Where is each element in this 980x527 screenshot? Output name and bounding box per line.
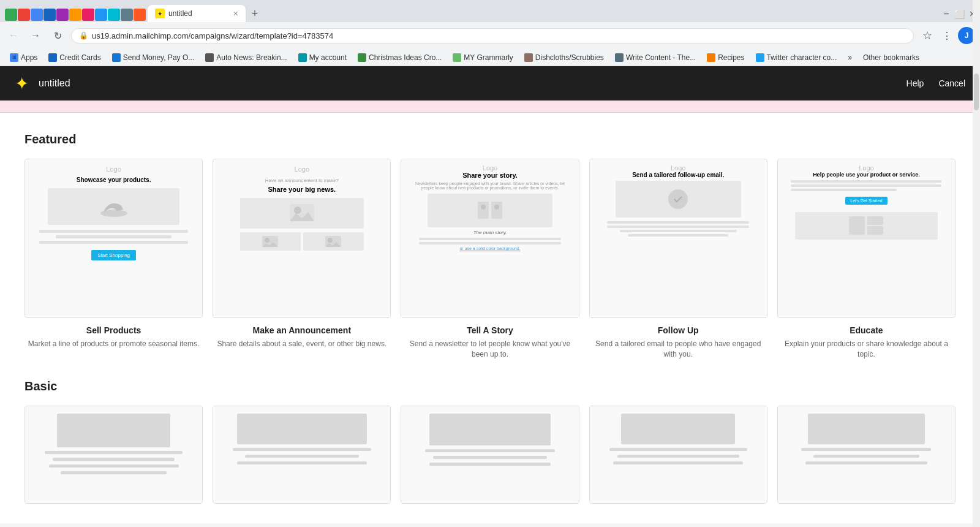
basic-img-5 <box>808 414 925 444</box>
educate-cta: Let's Get Started <box>845 197 887 205</box>
basic-line-2-2 <box>245 455 359 458</box>
story-sub: Newsletters keep people engaged with you… <box>415 181 565 190</box>
url-text: us19.admin.mailchimp.com/campaigns/wizar… <box>92 31 906 40</box>
sell-cta: Start Shopping <box>91 250 136 260</box>
basic-template-5[interactable] <box>777 406 956 504</box>
basic-template-3[interactable] <box>401 406 579 504</box>
header-actions: Help Cancel <box>907 78 965 88</box>
educate-preview-inner: Logo Help people use your product or ser… <box>778 159 955 317</box>
bookmark-send-money[interactable]: Send Money, Pay O... <box>107 52 200 63</box>
followup-name: Follow Up <box>589 325 767 335</box>
minimize-button[interactable]: − <box>943 9 949 20</box>
basic-template-1[interactable] <box>24 406 203 504</box>
bookmark-other[interactable]: Other bookmarks <box>858 52 924 63</box>
basic-img-4 <box>621 414 735 444</box>
basic-preview-2 <box>213 406 391 504</box>
basic-line-5-1 <box>801 448 931 451</box>
security-icon: 🔒 <box>79 31 88 40</box>
bookmark-grammarly-label: MY Grammarly <box>464 53 513 62</box>
cancel-link[interactable]: Cancel <box>938 78 965 88</box>
basic-line-4-2 <box>617 455 739 458</box>
story-text-2 <box>419 242 561 245</box>
followup-desc: Send a tailored email to people who have… <box>589 339 767 360</box>
basic-template-2[interactable] <box>213 406 391 504</box>
template-sell-products-preview: Logo Showcase your products. Start Shopp… <box>24 159 203 318</box>
sell-logo-placeholder: Logo <box>106 165 121 173</box>
browser-tabs: ✦ untitled × + − ⬜ × <box>0 0 980 22</box>
sell-preview-inner: Logo Showcase your products. Start Shopp… <box>25 159 202 317</box>
basic-preview-5 <box>777 406 956 504</box>
followup-text-3 <box>620 230 737 232</box>
announcement-desc: Share details about a sale, event, or ot… <box>213 339 391 349</box>
bookmark-grammarly[interactable]: MY Grammarly <box>448 52 518 63</box>
basic-line-4-3 <box>613 461 743 464</box>
basic-img-1 <box>57 414 171 447</box>
educate-line-2 <box>791 184 941 187</box>
maximize-button[interactable]: ⬜ <box>954 9 965 19</box>
refresh-button[interactable]: ↻ <box>49 27 66 44</box>
svg-point-9 <box>481 205 486 210</box>
template-educate[interactable]: Logo Help people use your product or ser… <box>777 159 956 360</box>
active-tab[interactable]: ✦ untitled × <box>148 5 246 22</box>
story-text-1 <box>419 238 561 240</box>
basic-preview-1 <box>24 406 203 504</box>
bookmark-recipes[interactable]: Recipes <box>702 52 749 63</box>
bookmark-more[interactable]: » <box>843 52 857 63</box>
bookmark-my-account[interactable]: My account <box>293 52 352 63</box>
basic-template-4[interactable] <box>589 406 767 504</box>
template-followup[interactable]: Logo Send a tailored follow-up email. Fo… <box>589 159 767 360</box>
basic-line-4-1 <box>609 448 747 451</box>
browser-menu-icon[interactable]: ⋮ <box>938 27 956 44</box>
scrollbar-track <box>973 0 980 523</box>
template-announcement[interactable]: Logo Have an announcement to make? Share… <box>213 159 391 360</box>
basic-img-3 <box>429 414 551 445</box>
template-story[interactable]: Logo Share your story. Newsletters keep … <box>401 159 579 360</box>
followup-logo: Logo <box>671 164 685 172</box>
basic-inner-2 <box>213 406 390 503</box>
address-bar[interactable]: 🔒 us19.admin.mailchimp.com/campaigns/wiz… <box>71 28 914 44</box>
tab-close-button[interactable]: × <box>233 9 238 18</box>
featured-templates-grid: Logo Showcase your products. Start Shopp… <box>24 159 956 360</box>
bookmark-credit-cards[interactable]: Credit Cards <box>43 52 105 63</box>
bookmark-twitter[interactable]: Twitter character co... <box>751 52 842 63</box>
bookmark-star-icon[interactable]: ☆ <box>919 27 936 44</box>
sell-text-2 <box>56 235 171 238</box>
basic-line-3-1 <box>425 449 555 452</box>
basic-preview-3 <box>401 406 579 504</box>
educate-headline: Help people use your product or service. <box>791 172 941 178</box>
scrollbar-thumb[interactable] <box>974 74 979 110</box>
app-title: untitled <box>39 78 907 89</box>
basic-section-title: Basic <box>24 379 956 393</box>
new-tab-button[interactable]: + <box>246 5 263 22</box>
announce-small-imgs <box>240 232 364 251</box>
browser-toolbar: ← → ↻ 🔒 us19.admin.mailchimp.com/campaig… <box>0 22 980 49</box>
toolbar-actions: ☆ ⋮ J <box>919 27 975 44</box>
bookmark-write-content[interactable]: Write Content - The... <box>610 52 701 63</box>
basic-line-5-2 <box>813 455 919 458</box>
mailchimp-logo[interactable]: ✦ <box>15 74 29 94</box>
help-link[interactable]: Help <box>907 78 924 88</box>
basic-inner-4 <box>590 406 767 503</box>
sell-products-name: Sell Products <box>24 325 203 335</box>
template-followup-preview: Logo Send a tailored follow-up email. <box>589 159 767 318</box>
followup-headline: Send a tailored follow-up email. <box>632 172 724 178</box>
basic-inner-3 <box>401 406 578 503</box>
back-button[interactable]: ← <box>5 27 22 44</box>
template-educate-preview: Logo Help people use your product or ser… <box>777 159 956 318</box>
bookmark-dishcloths[interactable]: Dishcloths/Scrubbies <box>519 52 609 63</box>
story-logo: Logo <box>483 164 497 172</box>
announce-preview-inner: Logo Have an announcement to make? Share… <box>213 159 390 317</box>
followup-img <box>616 181 741 218</box>
announce-logo: Logo <box>295 165 309 173</box>
app-header: ✦ untitled Help Cancel <box>0 66 980 100</box>
followup-preview-inner: Logo Send a tailored follow-up email. <box>590 159 767 317</box>
forward-button[interactable]: → <box>27 27 44 44</box>
bookmark-auto-news[interactable]: Auto News: Breakin... <box>200 52 292 63</box>
template-sell-products[interactable]: Logo Showcase your products. Start Shopp… <box>24 159 203 360</box>
bookmark-christmas[interactable]: Christmas Ideas Cro... <box>353 52 447 63</box>
educate-line-3 <box>791 189 896 191</box>
story-preview-inner: Logo Share your story. Newsletters keep … <box>401 159 578 317</box>
svg-rect-14 <box>867 226 883 235</box>
bookmark-apps[interactable]: ⊞ Apps <box>5 52 42 63</box>
svg-rect-13 <box>867 216 883 225</box>
